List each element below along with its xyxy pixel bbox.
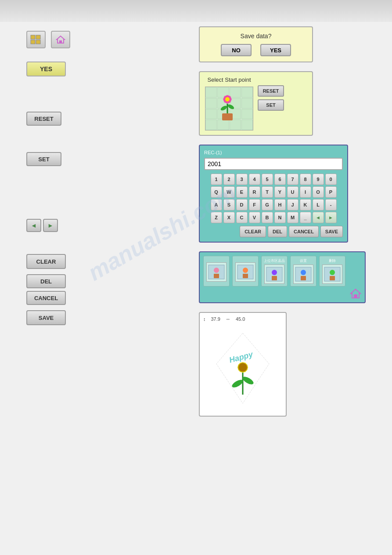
pattern-item-2[interactable]	[232, 256, 259, 287]
key-arrow-left[interactable]: ◄	[313, 212, 324, 223]
pattern-label-3: 上位市区县品	[264, 258, 285, 263]
key-s[interactable]: S	[223, 199, 235, 210]
key-q[interactable]: Q	[211, 186, 222, 198]
cancel-button[interactable]: CANCEL	[26, 291, 66, 305]
preview-flower-svg: Happy	[208, 329, 278, 408]
dialog-no-button[interactable]: NO	[221, 44, 252, 56]
yes-button[interactable]: YES	[26, 62, 66, 76]
right-panel: Save data? NO YES Select Start point	[199, 26, 366, 417]
home-button[interactable]	[51, 31, 70, 48]
home-icon	[56, 35, 65, 44]
svg-rect-26	[301, 276, 306, 280]
clear-button[interactable]: CLEAR	[26, 254, 66, 269]
grid-icon	[30, 35, 42, 44]
key-3[interactable]: 3	[236, 174, 248, 185]
preview-canvas: Happy	[203, 324, 282, 412]
home-icon-small[interactable]	[350, 288, 361, 299]
svg-point-9	[227, 104, 235, 110]
top-bar	[0, 0, 392, 22]
key-2[interactable]: 2	[223, 174, 235, 185]
pattern-label-5: 删除	[329, 258, 336, 263]
key-e[interactable]: E	[236, 186, 248, 198]
svg-rect-1	[36, 35, 40, 39]
key-v[interactable]: V	[249, 212, 260, 223]
keyboard-title: REC-(1)	[204, 150, 343, 155]
pattern-thumb-2	[235, 262, 255, 282]
keyboard-clear-button[interactable]: CLEAR	[240, 226, 266, 237]
key-g[interactable]: G	[262, 199, 273, 210]
dialog-yes-button[interactable]: YES	[260, 44, 291, 56]
start-point-title: Select Start point	[205, 76, 253, 83]
keyboard-input[interactable]	[204, 158, 343, 170]
svg-rect-20	[243, 274, 248, 278]
key-d[interactable]: D	[236, 199, 248, 210]
key-i[interactable]: I	[300, 186, 311, 198]
pattern-item-3[interactable]: 上位市区县品	[261, 256, 288, 287]
key-7[interactable]: 7	[287, 174, 298, 185]
start-point-reset-button[interactable]: RESET	[258, 85, 284, 97]
key-x[interactable]: X	[223, 212, 235, 223]
svg-point-22	[272, 270, 277, 275]
svg-point-16	[214, 268, 219, 273]
start-point-grid[interactable]	[205, 87, 253, 131]
key-b[interactable]: B	[262, 212, 273, 223]
svg-rect-23	[272, 276, 277, 280]
key-y[interactable]: Y	[274, 186, 286, 198]
key-1[interactable]: 1	[211, 174, 222, 185]
key-underscore[interactable]: _	[300, 212, 311, 223]
preview-panel: ↕ 37.9 ↔ 45.0 Happy	[199, 312, 287, 417]
key-c[interactable]: C	[236, 212, 248, 223]
key-9[interactable]: 9	[313, 174, 324, 185]
svg-rect-0	[31, 35, 35, 39]
key-h[interactable]: H	[274, 199, 286, 210]
keyboard-del-button[interactable]: DEL	[268, 226, 287, 237]
save-button[interactable]: SAVE	[26, 310, 66, 325]
key-8[interactable]: 8	[300, 174, 311, 185]
key-o[interactable]: O	[313, 186, 324, 198]
key-a[interactable]: A	[211, 199, 222, 210]
flower-image	[210, 91, 245, 122]
key-w[interactable]: W	[223, 186, 235, 198]
keyboard-cancel-button[interactable]: CANCEL	[289, 226, 319, 237]
key-dash[interactable]: -	[325, 199, 337, 210]
arrow-right-button[interactable]: ►	[43, 219, 58, 232]
svg-rect-31	[354, 294, 357, 298]
key-m[interactable]: M	[287, 212, 298, 223]
key-u[interactable]: U	[287, 186, 298, 198]
svg-point-25	[301, 270, 306, 275]
key-r[interactable]: R	[249, 186, 260, 198]
start-point-set-button[interactable]: SET	[258, 99, 284, 111]
key-j[interactable]: J	[287, 199, 298, 210]
grid-button[interactable]	[26, 31, 46, 48]
start-point-panel: Select Start point	[199, 71, 313, 136]
svg-point-14	[225, 97, 230, 102]
key-f[interactable]: F	[249, 199, 260, 210]
pattern-panel: 上位市区县品 设置	[199, 251, 366, 303]
key-0[interactable]: 0	[325, 174, 337, 185]
key-6[interactable]: 6	[274, 174, 286, 185]
svg-rect-5	[59, 40, 62, 43]
key-4[interactable]: 4	[249, 174, 260, 185]
key-n[interactable]: N	[274, 212, 286, 223]
preview-height-icon: ↔	[226, 316, 230, 322]
set-button[interactable]: SET	[26, 152, 61, 166]
keyboard-save-button[interactable]: SAVE	[320, 226, 343, 237]
del-button[interactable]: DEL	[26, 274, 66, 288]
home-corner	[203, 288, 361, 299]
key-k[interactable]: K	[300, 199, 311, 210]
pattern-item-1[interactable]	[203, 256, 230, 287]
key-5[interactable]: 5	[262, 174, 273, 185]
reset-button[interactable]: RESET	[26, 112, 61, 126]
key-arrow-right[interactable]: ►	[325, 212, 337, 223]
key-t[interactable]: T	[262, 186, 273, 198]
arrow-left-button[interactable]: ◄	[26, 219, 41, 232]
pattern-item-4[interactable]: 设置	[290, 256, 316, 287]
keyboard-row-3: A S D F G H J K L -	[204, 199, 343, 210]
save-dialog: Save data? NO YES	[199, 26, 313, 62]
svg-rect-2	[31, 40, 35, 44]
key-p[interactable]: P	[325, 186, 337, 198]
key-l[interactable]: L	[313, 199, 324, 210]
key-z[interactable]: Z	[211, 212, 222, 223]
pattern-item-5[interactable]: 删除	[319, 256, 345, 287]
save-dialog-title: Save data?	[207, 33, 305, 40]
